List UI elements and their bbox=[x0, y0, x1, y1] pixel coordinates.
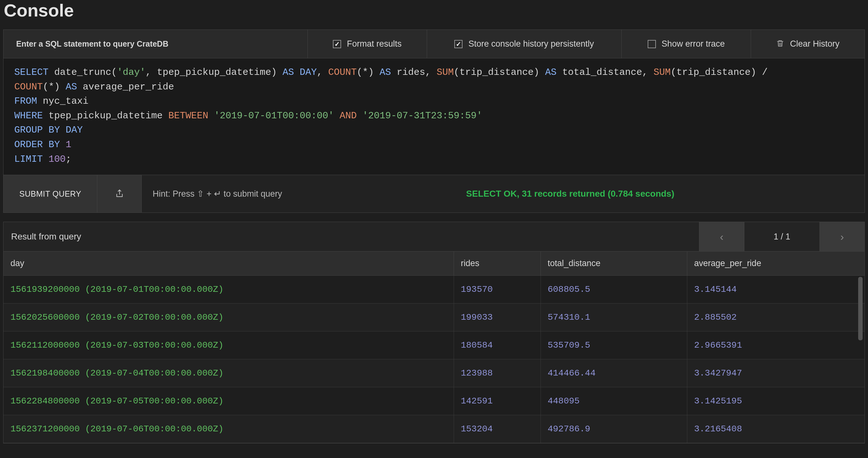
table-body: 1561939200000 (2019-07-01T00:00:00.000Z)… bbox=[3, 276, 865, 443]
query-toolbar: Enter a SQL statement to query CrateDB F… bbox=[3, 30, 865, 58]
table-row: 1562112000000 (2019-07-03T00:00:00.000Z)… bbox=[3, 331, 865, 359]
cell-day: 1562025600000 (2019-07-02T00:00:00.000Z) bbox=[3, 304, 454, 331]
results-header: Result from query ‹ 1 / 1 › bbox=[3, 222, 865, 251]
chevron-right-icon: › bbox=[840, 231, 844, 243]
cell-value: 153204 bbox=[454, 415, 540, 443]
cell-value: 199033 bbox=[454, 304, 540, 331]
pager-prev-button[interactable]: ‹ bbox=[699, 222, 744, 251]
submit-query-button[interactable]: SUBMIT QUERY bbox=[3, 175, 97, 213]
column-header-rides[interactable]: rides bbox=[454, 251, 540, 276]
table-row: 1562371200000 (2019-07-06T00:00:00.000Z)… bbox=[3, 415, 865, 443]
cell-value: 193570 bbox=[454, 276, 540, 304]
share-icon bbox=[115, 188, 124, 200]
results-title: Result from query bbox=[3, 222, 699, 251]
cell-value: 535709.5 bbox=[540, 331, 687, 359]
cell-value: 608805.5 bbox=[540, 276, 687, 304]
chevron-left-icon: ‹ bbox=[720, 231, 723, 243]
share-button[interactable] bbox=[97, 175, 142, 213]
pager: ‹ 1 / 1 › bbox=[699, 222, 865, 251]
show-error-trace-label: Show error trace bbox=[662, 39, 725, 49]
table-row: 1562284800000 (2019-07-05T00:00:00.000Z)… bbox=[3, 387, 865, 415]
cell-value: 492786.9 bbox=[540, 415, 687, 443]
clear-history-button[interactable]: Clear History bbox=[751, 30, 865, 58]
cell-value: 3.145144 bbox=[687, 276, 865, 304]
sql-editor[interactable]: SELECT date_trunc('day', tpep_pickup_dat… bbox=[3, 58, 865, 175]
column-header-total_distance[interactable]: total_distance bbox=[540, 251, 687, 276]
scrollbar[interactable] bbox=[858, 277, 863, 448]
checkbox-icon bbox=[648, 40, 656, 48]
cell-day: 1562371200000 (2019-07-06T00:00:00.000Z) bbox=[3, 415, 454, 443]
column-header-day[interactable]: day bbox=[3, 251, 454, 276]
checkbox-icon bbox=[333, 40, 341, 48]
cell-day: 1562112000000 (2019-07-03T00:00:00.000Z) bbox=[3, 331, 454, 359]
cell-value: 448095 bbox=[540, 387, 687, 415]
cell-value: 3.3427947 bbox=[687, 359, 865, 387]
submit-hint: Hint: Press ⇧ + ↵ to submit query bbox=[142, 189, 466, 199]
results-table-wrap: dayridestotal_distanceaverage_per_ride 1… bbox=[3, 251, 865, 444]
format-results-toggle[interactable]: Format results bbox=[308, 30, 427, 58]
scrollbar-thumb[interactable] bbox=[858, 277, 863, 340]
cell-value: 123988 bbox=[454, 359, 540, 387]
action-bar: SUBMIT QUERY Hint: Press ⇧ + ↵ to submit… bbox=[3, 175, 865, 213]
trash-icon bbox=[776, 39, 784, 49]
clear-history-label: Clear History bbox=[790, 39, 839, 49]
table-row: 1561939200000 (2019-07-01T00:00:00.000Z)… bbox=[3, 276, 865, 304]
pager-page-label: 1 / 1 bbox=[744, 222, 819, 251]
cell-day: 1562198400000 (2019-07-04T00:00:00.000Z) bbox=[3, 359, 454, 387]
cell-day: 1561939200000 (2019-07-01T00:00:00.000Z) bbox=[3, 276, 454, 304]
table-row: 1562025600000 (2019-07-02T00:00:00.000Z)… bbox=[3, 304, 865, 331]
cell-value: 3.1425195 bbox=[687, 387, 865, 415]
checkbox-icon bbox=[454, 40, 463, 48]
cell-value: 142591 bbox=[454, 387, 540, 415]
query-status: SELECT OK, 31 records returned (0.784 se… bbox=[466, 189, 865, 199]
cell-value: 2.9665391 bbox=[687, 331, 865, 359]
page-title: Console bbox=[0, 0, 868, 30]
persist-history-label: Store console history persistently bbox=[468, 39, 594, 49]
format-results-label: Format results bbox=[347, 39, 402, 49]
show-error-trace-toggle[interactable]: Show error trace bbox=[622, 30, 751, 58]
table-row: 1562198400000 (2019-07-04T00:00:00.000Z)… bbox=[3, 359, 865, 387]
cell-value: 574310.1 bbox=[540, 304, 687, 331]
cell-value: 2.885502 bbox=[687, 304, 865, 331]
results-table: dayridestotal_distanceaverage_per_ride 1… bbox=[3, 251, 865, 443]
cell-value: 180584 bbox=[454, 331, 540, 359]
persist-history-toggle[interactable]: Store console history persistently bbox=[427, 30, 622, 58]
query-prompt-label: Enter a SQL statement to query CrateDB bbox=[16, 39, 168, 49]
column-header-average_per_ride[interactable]: average_per_ride bbox=[687, 251, 865, 276]
pager-next-button[interactable]: › bbox=[819, 222, 865, 251]
table-header-row: dayridestotal_distanceaverage_per_ride bbox=[3, 251, 865, 276]
cell-day: 1562284800000 (2019-07-05T00:00:00.000Z) bbox=[3, 387, 454, 415]
cell-value: 3.2165408 bbox=[687, 415, 865, 443]
cell-value: 414466.44 bbox=[540, 359, 687, 387]
query-prompt: Enter a SQL statement to query CrateDB bbox=[3, 30, 308, 58]
